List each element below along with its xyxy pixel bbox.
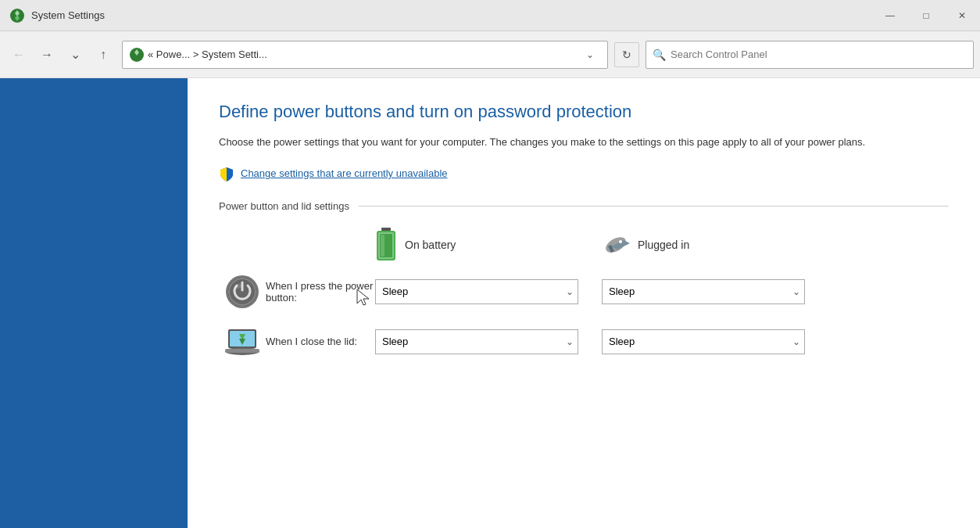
section-label: Power button and lid settings [219,200,349,212]
svg-rect-5 [381,228,391,231]
section-divider: Power button and lid settings [219,200,949,212]
change-settings-link[interactable]: Change settings that are currently unava… [219,166,949,181]
power-button-row: When I press the power button: Sleep Hib… [219,275,949,309]
power-button-plugged-select-wrapper[interactable]: Sleep Hibernate Shut down Turn off the d… [602,279,805,304]
search-input[interactable] [671,48,967,60]
search-icon: 🔍 [653,48,666,61]
power-button-battery-select-wrapper[interactable]: Sleep Hibernate Shut down Turn off the d… [375,279,578,304]
lid-icon [224,328,261,356]
lid-battery-select-wrapper[interactable]: Sleep Hibernate Shut down Turn off the d… [375,329,578,354]
svg-rect-22 [225,349,259,353]
power-button-label: When I press the power button: [266,280,375,304]
main-content: Define power buttons and turn on passwor… [0,78,980,528]
page-description: Choose the power settings that you want … [219,135,922,150]
page-title: Define power buttons and turn on passwor… [219,102,949,122]
lid-row: When I close the lid: Sleep Hibernate Sh… [219,325,949,359]
power-button-icon [225,275,259,309]
power-button-icon-area [219,275,266,309]
left-sidebar [0,78,188,528]
dropdown-button[interactable]: ⌄ [63,42,88,67]
svg-point-13 [619,240,622,243]
divider-line [359,206,949,207]
up-icon: ↑ [100,48,106,62]
up-button[interactable]: ↑ [91,42,116,67]
lid-battery-select[interactable]: Sleep Hibernate Shut down Turn off the d… [375,329,578,354]
uac-shield-icon [219,166,234,181]
close-button[interactable]: ✕ [944,0,980,31]
title-bar-text: System Settings [31,9,105,21]
battery-header-text: On battery [405,239,456,251]
address-dropdown-button[interactable]: ⌄ [579,44,601,66]
address-text: « Powe... > System Setti... [148,48,579,60]
power-button-plugged-select[interactable]: Sleep Hibernate Shut down Turn off the d… [602,279,805,304]
maximize-button[interactable]: □ [908,0,944,31]
window-controls: — □ ✕ [872,0,980,31]
power-button-battery-select[interactable]: Sleep Hibernate Shut down Turn off the d… [375,279,578,304]
minimize-button[interactable]: — [872,0,908,31]
battery-icon [375,228,397,262]
nav-bar: ← → ⌄ ↑ « Powe... > System Setti... ⌄ ↻ … [0,31,980,78]
plugged-header-text: Plugged in [638,239,689,251]
forward-button[interactable]: → [34,42,59,67]
lid-icon-area [219,328,266,356]
column-headers: On battery Plugged in [219,228,949,262]
address-icon [129,47,145,63]
lid-plugged-select-wrapper[interactable]: Sleep Hibernate Shut down Turn off the d… [602,329,805,354]
svg-rect-9 [381,235,384,257]
lid-label: When I close the lid: [266,336,375,347]
back-button[interactable]: ← [6,42,31,67]
lid-plugged-select[interactable]: Sleep Hibernate Shut down Turn off the d… [602,329,805,354]
forward-icon: → [41,48,53,62]
content-area: Define power buttons and turn on passwor… [188,78,980,528]
address-bar[interactable]: « Powe... > System Setti... ⌄ [122,41,608,69]
title-bar: System Settings — □ ✕ [0,0,980,31]
refresh-icon: ↻ [622,48,631,61]
change-settings-text[interactable]: Change settings that are currently unava… [241,167,448,179]
plug-icon [602,234,630,256]
search-bar[interactable]: 🔍 [646,41,974,69]
app-icon [9,8,25,23]
battery-column-header: On battery [375,228,602,262]
plugged-column-header: Plugged in [602,234,821,256]
refresh-button[interactable]: ↻ [614,42,639,67]
dropdown-icon: ⌄ [70,47,80,62]
back-icon: ← [13,48,25,62]
